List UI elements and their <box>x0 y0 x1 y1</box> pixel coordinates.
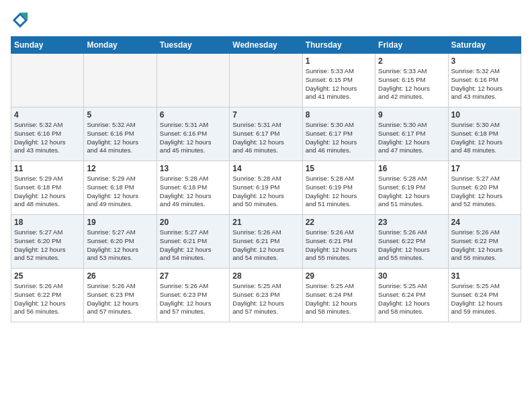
day-number: 15 <box>306 164 372 173</box>
day-cell <box>11 54 84 107</box>
col-header-wednesday: Wednesday <box>230 37 302 54</box>
day-number: 25 <box>14 271 81 281</box>
day-number: 5 <box>87 110 153 120</box>
week-row: 4Sunrise: 5:32 AM Sunset: 6:16 PM Daylig… <box>11 107 521 161</box>
day-cell: 21Sunrise: 5:26 AM Sunset: 6:21 PM Dayli… <box>230 215 302 269</box>
day-info: Sunrise: 5:25 AM Sunset: 6:24 PM Dayligh… <box>306 282 372 316</box>
day-number: 7 <box>232 110 299 120</box>
logo-icon <box>11 11 30 30</box>
day-info: Sunrise: 5:25 AM Sunset: 6:24 PM Dayligh… <box>378 282 445 316</box>
day-info: Sunrise: 5:31 AM Sunset: 6:17 PM Dayligh… <box>232 121 299 155</box>
day-number: 12 <box>87 164 153 173</box>
week-row: 18Sunrise: 5:27 AM Sunset: 6:20 PM Dayli… <box>11 215 521 269</box>
day-info: Sunrise: 5:26 AM Sunset: 6:22 PM Dayligh… <box>378 228 445 263</box>
day-number: 24 <box>451 218 518 227</box>
day-cell: 18Sunrise: 5:27 AM Sunset: 6:20 PM Dayli… <box>11 215 84 269</box>
header-row: SundayMondayTuesdayWednesdayThursdayFrid… <box>11 37 521 54</box>
day-info: Sunrise: 5:27 AM Sunset: 6:20 PM Dayligh… <box>14 228 81 263</box>
week-row: 25Sunrise: 5:26 AM Sunset: 6:22 PM Dayli… <box>11 269 521 322</box>
day-info: Sunrise: 5:29 AM Sunset: 6:18 PM Dayligh… <box>87 175 153 209</box>
day-cell: 30Sunrise: 5:25 AM Sunset: 6:24 PM Dayli… <box>375 269 448 322</box>
day-number: 28 <box>232 271 299 281</box>
day-number: 1 <box>306 56 372 66</box>
day-cell <box>157 54 229 107</box>
day-info: Sunrise: 5:32 AM Sunset: 6:16 PM Dayligh… <box>451 67 518 101</box>
day-cell: 6Sunrise: 5:31 AM Sunset: 6:16 PM Daylig… <box>157 107 229 161</box>
col-header-sunday: Sunday <box>11 37 84 54</box>
day-cell: 22Sunrise: 5:26 AM Sunset: 6:21 PM Dayli… <box>302 215 375 269</box>
header <box>11 11 521 30</box>
day-cell: 12Sunrise: 5:29 AM Sunset: 6:18 PM Dayli… <box>84 161 157 215</box>
day-cell: 20Sunrise: 5:27 AM Sunset: 6:21 PM Dayli… <box>157 215 229 269</box>
day-cell: 11Sunrise: 5:29 AM Sunset: 6:18 PM Dayli… <box>11 161 84 215</box>
col-header-saturday: Saturday <box>448 37 521 54</box>
day-cell: 14Sunrise: 5:28 AM Sunset: 6:19 PM Dayli… <box>230 161 302 215</box>
day-info: Sunrise: 5:27 AM Sunset: 6:20 PM Dayligh… <box>451 175 518 209</box>
day-cell: 8Sunrise: 5:30 AM Sunset: 6:17 PM Daylig… <box>302 107 375 161</box>
week-row: 11Sunrise: 5:29 AM Sunset: 6:18 PM Dayli… <box>11 161 521 215</box>
day-cell: 16Sunrise: 5:28 AM Sunset: 6:19 PM Dayli… <box>375 161 448 215</box>
day-number: 13 <box>160 164 226 173</box>
day-info: Sunrise: 5:30 AM Sunset: 6:17 PM Dayligh… <box>378 121 445 155</box>
day-cell: 7Sunrise: 5:31 AM Sunset: 6:17 PM Daylig… <box>230 107 302 161</box>
day-info: Sunrise: 5:32 AM Sunset: 6:16 PM Dayligh… <box>87 121 153 155</box>
day-number: 21 <box>232 218 299 227</box>
col-header-thursday: Thursday <box>302 37 375 54</box>
day-number: 20 <box>160 218 226 227</box>
day-cell: 31Sunrise: 5:25 AM Sunset: 6:24 PM Dayli… <box>448 269 521 322</box>
day-number: 29 <box>306 271 372 281</box>
day-cell: 9Sunrise: 5:30 AM Sunset: 6:17 PM Daylig… <box>375 107 448 161</box>
day-number: 9 <box>378 110 445 120</box>
day-number: 27 <box>160 271 226 281</box>
calendar-table: SundayMondayTuesdayWednesdayThursdayFrid… <box>11 36 521 322</box>
day-cell: 17Sunrise: 5:27 AM Sunset: 6:20 PM Dayli… <box>448 161 521 215</box>
day-info: Sunrise: 5:26 AM Sunset: 6:23 PM Dayligh… <box>87 282 153 316</box>
day-number: 18 <box>14 218 81 227</box>
day-cell: 1Sunrise: 5:33 AM Sunset: 6:15 PM Daylig… <box>302 54 375 107</box>
day-cell <box>84 54 157 107</box>
day-info: Sunrise: 5:28 AM Sunset: 6:19 PM Dayligh… <box>378 175 445 209</box>
day-info: Sunrise: 5:28 AM Sunset: 6:19 PM Dayligh… <box>232 175 299 209</box>
day-cell: 27Sunrise: 5:26 AM Sunset: 6:23 PM Dayli… <box>157 269 229 322</box>
day-cell: 19Sunrise: 5:27 AM Sunset: 6:20 PM Dayli… <box>84 215 157 269</box>
day-cell: 15Sunrise: 5:28 AM Sunset: 6:19 PM Dayli… <box>302 161 375 215</box>
day-cell <box>230 54 302 107</box>
day-info: Sunrise: 5:28 AM Sunset: 6:18 PM Dayligh… <box>160 175 226 209</box>
day-info: Sunrise: 5:29 AM Sunset: 6:18 PM Dayligh… <box>14 175 81 209</box>
col-header-monday: Monday <box>84 37 157 54</box>
logo <box>11 11 32 30</box>
day-info: Sunrise: 5:26 AM Sunset: 6:22 PM Dayligh… <box>451 228 518 263</box>
day-number: 8 <box>306 110 372 120</box>
day-cell: 10Sunrise: 5:30 AM Sunset: 6:18 PM Dayli… <box>448 107 521 161</box>
day-number: 23 <box>378 218 445 227</box>
day-info: Sunrise: 5:26 AM Sunset: 6:23 PM Dayligh… <box>160 282 226 316</box>
day-cell: 28Sunrise: 5:25 AM Sunset: 6:23 PM Dayli… <box>230 269 302 322</box>
day-cell: 13Sunrise: 5:28 AM Sunset: 6:18 PM Dayli… <box>157 161 229 215</box>
week-row: 1Sunrise: 5:33 AM Sunset: 6:15 PM Daylig… <box>11 54 521 107</box>
day-info: Sunrise: 5:27 AM Sunset: 6:21 PM Dayligh… <box>160 228 226 263</box>
day-info: Sunrise: 5:31 AM Sunset: 6:16 PM Dayligh… <box>160 121 226 155</box>
day-info: Sunrise: 5:30 AM Sunset: 6:18 PM Dayligh… <box>451 121 518 155</box>
day-number: 22 <box>306 218 372 227</box>
day-number: 19 <box>87 218 153 227</box>
day-info: Sunrise: 5:33 AM Sunset: 6:15 PM Dayligh… <box>378 67 445 101</box>
day-info: Sunrise: 5:25 AM Sunset: 6:24 PM Dayligh… <box>451 282 518 316</box>
day-number: 10 <box>451 110 518 120</box>
day-info: Sunrise: 5:26 AM Sunset: 6:21 PM Dayligh… <box>306 228 372 263</box>
day-number: 2 <box>378 56 445 66</box>
day-info: Sunrise: 5:30 AM Sunset: 6:17 PM Dayligh… <box>306 121 372 155</box>
day-number: 31 <box>451 271 518 281</box>
day-number: 4 <box>14 110 81 120</box>
col-header-friday: Friday <box>375 37 448 54</box>
day-cell: 25Sunrise: 5:26 AM Sunset: 6:22 PM Dayli… <box>11 269 84 322</box>
day-info: Sunrise: 5:32 AM Sunset: 6:16 PM Dayligh… <box>14 121 81 155</box>
col-header-tuesday: Tuesday <box>157 37 229 54</box>
day-cell: 4Sunrise: 5:32 AM Sunset: 6:16 PM Daylig… <box>11 107 84 161</box>
day-cell: 26Sunrise: 5:26 AM Sunset: 6:23 PM Dayli… <box>84 269 157 322</box>
day-info: Sunrise: 5:27 AM Sunset: 6:20 PM Dayligh… <box>87 228 153 263</box>
day-info: Sunrise: 5:26 AM Sunset: 6:22 PM Dayligh… <box>14 282 81 316</box>
day-info: Sunrise: 5:25 AM Sunset: 6:23 PM Dayligh… <box>232 282 299 316</box>
day-cell: 24Sunrise: 5:26 AM Sunset: 6:22 PM Dayli… <box>448 215 521 269</box>
day-number: 3 <box>451 56 518 66</box>
day-number: 17 <box>451 164 518 173</box>
